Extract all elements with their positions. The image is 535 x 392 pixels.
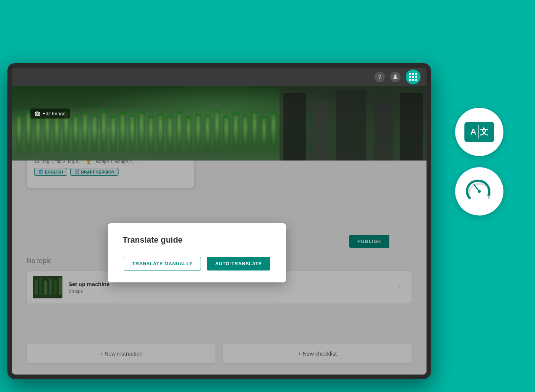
svg-point-64 [37, 113, 39, 115]
svg-rect-48 [195, 113, 201, 116]
tablet-screen: ? [12, 68, 427, 375]
svg-rect-10 [100, 111, 107, 154]
svg-rect-60 [336, 90, 366, 161]
svg-rect-62 [400, 93, 423, 161]
svg-rect-61 [374, 97, 393, 161]
svg-rect-35 [73, 114, 78, 117]
svg-rect-15 [147, 117, 154, 153]
translate-chinese-letter: 文 [480, 126, 488, 137]
svg-point-74 [478, 190, 481, 193]
svg-rect-12 [119, 114, 126, 154]
tablet-frame: ? [7, 63, 431, 379]
svg-rect-50 [214, 110, 220, 113]
svg-rect-4 [44, 114, 51, 154]
bottles-illustration [12, 86, 427, 161]
svg-rect-38 [101, 110, 106, 113]
svg-rect-7 [72, 116, 79, 153]
svg-rect-53 [243, 114, 248, 117]
svg-rect-54 [252, 111, 257, 114]
svg-rect-5 [54, 116, 60, 153]
svg-rect-9 [91, 115, 98, 153]
svg-rect-65 [36, 111, 38, 113]
translate-a-letter: A [470, 127, 476, 137]
modal-overlay: Translate guide TRANSLATE MANUALLY AUTO-… [12, 161, 427, 375]
translate-manually-button[interactable]: TRANSLATE MANUALLY [124, 257, 201, 270]
svg-rect-3 [35, 118, 41, 153]
svg-rect-29 [16, 114, 22, 117]
svg-rect-18 [176, 113, 182, 154]
svg-rect-41 [130, 114, 135, 117]
svg-rect-24 [233, 114, 239, 154]
translate-float-circle: A 文 [455, 108, 503, 156]
svg-rect-13 [129, 116, 136, 153]
modal-title: Translate guide [123, 235, 271, 245]
svg-rect-58 [283, 93, 306, 161]
svg-rect-44 [158, 113, 163, 116]
svg-point-0 [394, 75, 397, 77]
svg-rect-36 [82, 111, 88, 114]
header-bar: ? [12, 68, 427, 86]
svg-rect-42 [139, 111, 144, 114]
svg-rect-55 [262, 116, 267, 119]
gauge-float-circle [455, 167, 503, 216]
svg-rect-11 [110, 117, 117, 153]
hero-image: Edit Image [12, 86, 427, 161]
svg-rect-59 [314, 101, 329, 161]
svg-rect-14 [138, 112, 145, 154]
svg-rect-40 [120, 112, 125, 115]
translate-guide-modal: Translate guide TRANSLATE MANUALLY AUTO-… [108, 223, 286, 282]
svg-rect-26 [251, 112, 258, 154]
content-area: ✎ Checklist and Instructions 🏷 tag 1, ta… [12, 161, 427, 375]
help-icon[interactable]: ? [374, 72, 385, 82]
svg-rect-43 [148, 116, 153, 119]
camera-icon [35, 111, 40, 116]
gauge-icon [464, 176, 494, 206]
svg-rect-47 [186, 116, 191, 119]
svg-rect-28 [270, 113, 277, 154]
svg-rect-45 [167, 115, 172, 118]
grid-icon [409, 73, 417, 81]
svg-rect-23 [223, 117, 230, 153]
svg-line-77 [469, 191, 470, 191]
svg-rect-20 [195, 115, 201, 153]
svg-rect-27 [261, 118, 268, 153]
svg-rect-37 [92, 114, 97, 117]
svg-rect-39 [111, 115, 116, 118]
svg-rect-1 [16, 116, 22, 153]
grid-button[interactable] [406, 69, 421, 84]
svg-rect-22 [214, 112, 220, 154]
svg-rect-17 [166, 116, 173, 153]
svg-rect-8 [82, 113, 88, 154]
svg-rect-51 [224, 115, 229, 118]
svg-rect-52 [233, 113, 239, 116]
user-icon[interactable] [390, 72, 401, 82]
svg-rect-25 [242, 116, 249, 153]
svg-rect-16 [157, 114, 164, 154]
svg-rect-49 [205, 114, 210, 117]
translate-divider [478, 125, 479, 139]
edit-image-button[interactable]: Edit Image [30, 108, 70, 119]
svg-rect-19 [185, 117, 192, 153]
svg-rect-56 [271, 112, 276, 115]
svg-rect-21 [204, 116, 211, 153]
translate-icon: A 文 [464, 122, 494, 142]
modal-actions: TRANSLATE MANUALLY AUTO-TRANSLATE [123, 257, 271, 270]
svg-rect-46 [176, 111, 182, 114]
auto-translate-button[interactable]: AUTO-TRANSLATE [207, 257, 270, 270]
